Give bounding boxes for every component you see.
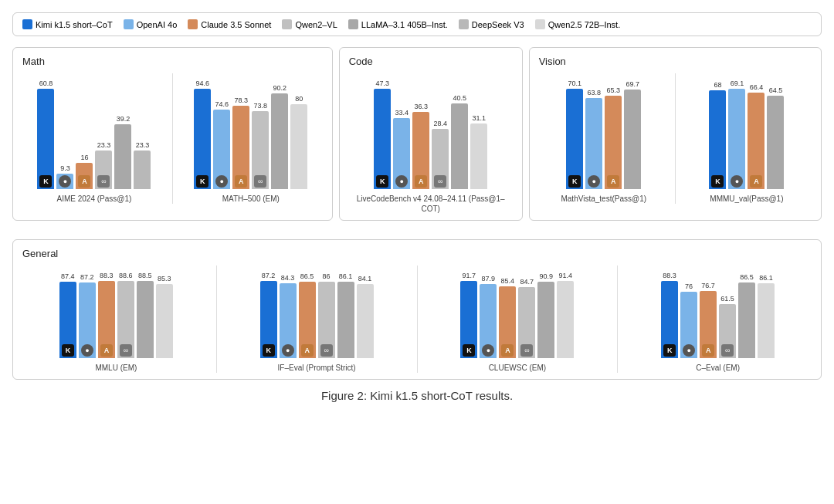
bar-wrapper: 28.4∞ (432, 120, 449, 189)
bar (114, 124, 131, 189)
bar: ● (213, 110, 230, 189)
bar-wrapper: 31.1 (470, 115, 487, 189)
bar: K (194, 89, 211, 189)
bar-wrapper: 16A (76, 154, 93, 189)
bar-value: 87.9 (482, 276, 496, 282)
legend-swatch (348, 19, 358, 29)
bar-value: 94.6 (196, 80, 210, 87)
bars-container: 94.6K74.6●78.3A73.8∞90.280 (179, 73, 323, 189)
bar-value: 91.4 (559, 272, 573, 279)
chart-label: C–Eval (EM) (696, 363, 740, 373)
bar-wrapper: 60.8K (37, 80, 54, 189)
bars-container: 87.4K87.2●88.3A88.6∞88.585.3 (22, 266, 210, 358)
legend-item: LLaMA–3.1 405B–Inst. (348, 19, 448, 29)
math-title: Math (22, 56, 323, 67)
bar (357, 284, 374, 358)
bar-icon-claude: A (301, 344, 314, 357)
bar-value: 86.5 (740, 274, 754, 281)
bar: A (76, 163, 93, 189)
bar-value: 88.5 (138, 272, 152, 279)
bar-wrapper: 85.3 (156, 276, 173, 358)
legend-item: OpenAI 4o (124, 19, 178, 29)
bar: K (566, 89, 583, 189)
chart-label: CLUEWSC (EM) (489, 363, 546, 373)
bar: K (460, 281, 477, 358)
bar-value: 70.1 (568, 80, 581, 87)
bar-icon-qwen: ∞ (520, 344, 533, 357)
bar (738, 282, 755, 358)
bar-icon-openai: ● (683, 344, 695, 357)
vision-section: Vision 70.1K63.8●65.3A69.7MathVista_test… (529, 47, 822, 221)
bar-wrapper: 86.5A (299, 273, 316, 358)
bar-value: 65.3 (606, 87, 620, 94)
bar (767, 96, 784, 189)
bar-icon-claude: A (415, 175, 427, 188)
bar-wrapper: 74.6● (213, 101, 230, 189)
bar: ● (393, 118, 410, 189)
bar: K (59, 282, 76, 358)
bar-icon-k: K (663, 344, 676, 357)
bar-value: 91.7 (463, 272, 476, 279)
bar-wrapper: 88.3A (98, 272, 115, 358)
bar-wrapper: 63.8● (585, 90, 602, 189)
bar (134, 151, 151, 189)
chart-group: 68K69.1●66.4A64.5MMMU_val(Pass@1) (682, 73, 812, 204)
bar-wrapper: 80 (290, 96, 307, 189)
bar-value: 85.3 (158, 276, 171, 282)
bar-wrapper: 87.9● (480, 276, 497, 358)
legend-swatch (22, 19, 32, 29)
bar-value: 86.1 (759, 275, 773, 282)
bar (290, 104, 307, 189)
bar-icon-k: K (376, 175, 388, 188)
bar-wrapper: 70.1K (566, 80, 583, 189)
bar-icon-k: K (196, 175, 208, 188)
bar (451, 103, 468, 189)
bar-value: 86 (323, 273, 331, 280)
bar-icon-k: K (568, 175, 581, 188)
bar: K (709, 90, 726, 189)
chart-label: IF–Eval (Prompt Strict) (278, 363, 356, 373)
chart-label: MMLU (EM) (95, 363, 137, 373)
bar (537, 282, 554, 358)
bar-value: 16 (80, 154, 88, 161)
bar-value: 87.4 (61, 273, 75, 280)
bar-icon-claude: A (501, 344, 514, 357)
bar: ● (680, 292, 697, 358)
bar-icon-qwen: ∞ (97, 175, 110, 188)
bar-value: 84.7 (520, 279, 534, 286)
bar-wrapper: 88.3K (661, 272, 678, 358)
bar-icon-k: K (263, 344, 275, 357)
bar: ● (79, 282, 96, 358)
bar-value: 90.2 (273, 85, 287, 92)
bar-value: 61.5 (720, 296, 734, 303)
legend-item: Kimi k1.5 short–CoT (22, 19, 113, 29)
bar-wrapper: 76● (680, 283, 697, 358)
bar: ● (56, 174, 73, 189)
bar-wrapper: 87.2K (260, 272, 277, 358)
bar-value: 33.4 (395, 110, 409, 117)
bar-value: 64.5 (769, 87, 783, 94)
bar-wrapper: 90.2 (271, 85, 288, 189)
bar-wrapper: 78.3A (232, 97, 249, 189)
bars-container: 91.7K87.9●85.4A84.7∞90.991.4 (424, 266, 612, 358)
chart-group: 47.3K33.4●36.3A28.4∞40.531.1LiveCodeBenc… (349, 73, 513, 214)
legend: Kimi k1.5 short–CoTOpenAI 4oClaude 3.5 S… (12, 12, 822, 36)
bar-value: 84.1 (358, 276, 372, 282)
bar: ● (585, 98, 602, 189)
bar-value: 76 (685, 283, 693, 290)
bar-wrapper: 84.1 (357, 276, 374, 358)
bar-value: 86.5 (300, 273, 314, 280)
bar-wrapper: 68K (709, 82, 726, 189)
legend-swatch (124, 19, 134, 29)
bars-container: 70.1K63.8●65.3A69.7 (539, 73, 669, 189)
bar-icon-qwen: ∞ (120, 344, 132, 357)
bar-value: 76.7 (701, 282, 715, 289)
bar: ∞ (95, 151, 112, 189)
bar-wrapper: 87.4K (59, 273, 76, 358)
legend-label: OpenAI 4o (137, 20, 178, 29)
legend-label: LLaMA–3.1 405B–Inst. (361, 20, 448, 29)
bar-icon-qwen: ∞ (254, 175, 266, 188)
chart-group: 70.1K63.8●65.3A69.7MathVista_test(Pass@1… (539, 73, 669, 204)
bar-value: 40.5 (453, 95, 466, 102)
legend-label: Qwen2.5 72B–Inst. (548, 20, 621, 29)
